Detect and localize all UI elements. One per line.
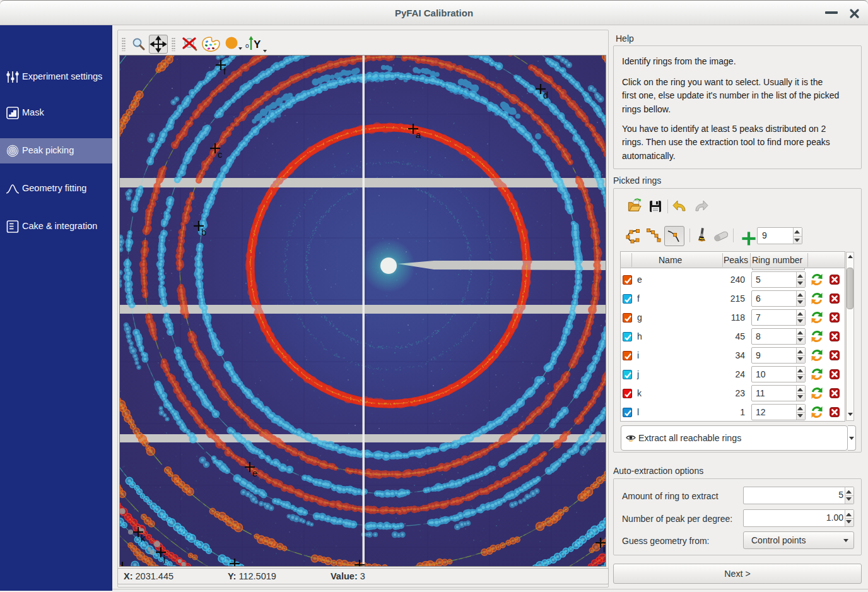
svg-text:Y: Y: [254, 38, 261, 50]
svg-text:e: e: [252, 468, 257, 478]
svg-text:i: i: [603, 544, 605, 554]
svg-text:b: b: [201, 227, 206, 237]
svg-text:j: j: [163, 554, 165, 564]
svg-text:a: a: [416, 130, 421, 140]
svg-text:c: c: [218, 150, 222, 160]
svg-text:o: o: [245, 42, 249, 49]
svg-text:k: k: [141, 533, 146, 543]
svg-text:h: h: [237, 565, 242, 566]
svg-text:d: d: [543, 90, 548, 100]
